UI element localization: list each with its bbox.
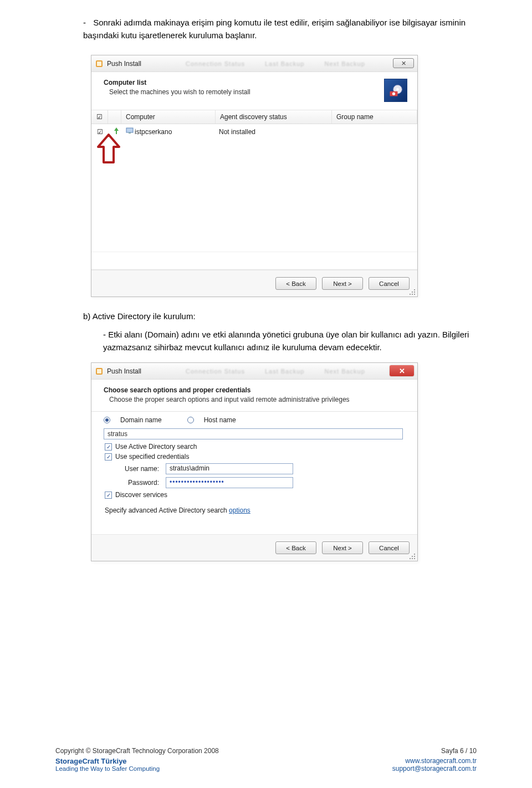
radio-host[interactable] [187,417,194,423]
para2-text: Etki alanı (Domain) adını ve etki alanın… [103,330,469,352]
app-icon [95,59,104,68]
close-button[interactable]: ✕ [393,58,414,68]
resize-grip-icon[interactable] [409,553,416,560]
radio-domain-label: Domain name [120,416,162,424]
push-install-dialog-1: Push Install Connection Status Last Back… [91,55,418,297]
col-icon [108,110,121,124]
install-cd-icon [384,79,407,102]
col-checkbox[interactable]: ☑ [91,110,108,124]
titlebar-blur-text: Connection Status Last Backup Next Backu… [186,60,365,67]
bullet-dash: - [83,17,91,29]
password-input[interactable]: ••••••••••••••••••• [166,477,293,488]
back-button[interactable]: < Back [275,277,316,290]
table-footer-strip [91,252,417,269]
bullet-dash: - [103,330,106,339]
footer-tagline: Leading the Way to Safer Computing [55,765,219,772]
bullet-paragraph-1: - Sonraki adımda makinaya erişim ping ko… [83,17,477,42]
dialog-heading: Choose search options and proper credent… [104,386,350,394]
checkbox-ad-search-label: Use Active Directory search [115,443,197,451]
checkbox-credentials[interactable]: ✓ [105,453,112,460]
close-button[interactable]: ✕ [390,365,414,376]
row-computer-name: istpcserkano [130,127,214,137]
col-group[interactable]: Group name [332,110,417,124]
titlebar: Push Install Connection Status Last Back… [91,363,417,380]
username-input[interactable]: stratus\admin [166,463,293,474]
row-agent-status: Not installed [214,127,331,137]
para1-text: Sonraki adımda makinaya erişim ping komu… [83,18,466,40]
table-row[interactable]: ☑ istpcserkano Not installed [91,124,417,139]
password-label: Password: [118,479,159,487]
computer-table: ☑ Computer Agent discovery status Group … [91,110,417,270]
checkbox-ad-search[interactable]: ✓ [105,443,112,451]
back-button[interactable]: < Back [275,541,316,554]
col-computer[interactable]: Computer [121,110,216,124]
options-link[interactable]: options [229,506,250,514]
options-area: Domain name Host name stratus ✓ Use Acti… [91,411,417,534]
button-row: < Back Next > Cancel [91,534,417,561]
domain-input[interactable]: stratus [104,428,403,439]
next-button[interactable]: Next > [322,277,363,290]
push-install-dialog-2: Push Install Connection Status Last Back… [91,362,418,561]
footer-copyright: Copyright © StorageCraft Technology Corp… [55,747,219,755]
row-group [331,131,417,133]
footer-url: www.storagecraft.com.tr [392,757,477,765]
specify-advanced-text: Specify advanced Active Directory search… [105,506,407,514]
dialog-title: Push Install [107,367,141,375]
dialog-title: Push Install [107,60,141,68]
radio-host-label: Host name [204,416,236,424]
footer-email: support@storagecraft.com.tr [392,765,477,772]
resize-grip-icon[interactable] [409,289,416,295]
row-pc-icon [121,126,130,137]
button-row: < Back Next > Cancel [91,270,417,296]
table-header-row: ☑ Computer Agent discovery status Group … [91,110,417,124]
checkbox-discover-label: Discover services [115,491,167,499]
app-icon [95,367,104,376]
col-agent-status[interactable]: Agent discovery status [216,110,332,124]
section-b-heading: b) Active Directory ile kurulum: [83,311,477,321]
username-label: User name: [118,465,159,473]
dialog-heading: Computer list [104,79,250,86]
next-button[interactable]: Next > [322,541,363,554]
cancel-button[interactable]: Cancel [369,277,410,290]
svg-rect-9 [97,369,101,373]
titlebar: Push Install Connection Status Last Back… [91,55,417,72]
checkbox-credentials-label: Use specified credentials [115,453,189,460]
footer-page-number: Sayfa 6 / 10 [392,747,477,755]
page-footer: Copyright © StorageCraft Technology Corp… [0,747,532,772]
radio-row: Domain name Host name [104,416,407,424]
checkbox-discover[interactable]: ✓ [105,492,112,499]
titlebar-blur-text: Connection Status Last Backup Next Backu… [186,368,365,375]
dialog-subheading: Select the machines you wish to remotely… [109,88,250,96]
table-body: ☑ istpcserkano Not installed [91,124,417,252]
dialog-subheading: Choose the proper search options and inp… [109,396,350,403]
radio-domain[interactable] [104,417,110,423]
bullet-paragraph-2: - Etki alanı (Domain) adını ve etki alan… [103,329,477,354]
svg-point-5 [392,93,395,95]
cancel-button[interactable]: Cancel [369,541,410,554]
dialog-header: Choose search options and proper credent… [91,380,417,411]
dialog-header: Computer list Select the machines you wi… [91,72,417,110]
footer-brand: StorageCraft Türkiye [55,757,219,765]
svg-point-3 [396,88,398,90]
svg-rect-1 [97,62,101,66]
